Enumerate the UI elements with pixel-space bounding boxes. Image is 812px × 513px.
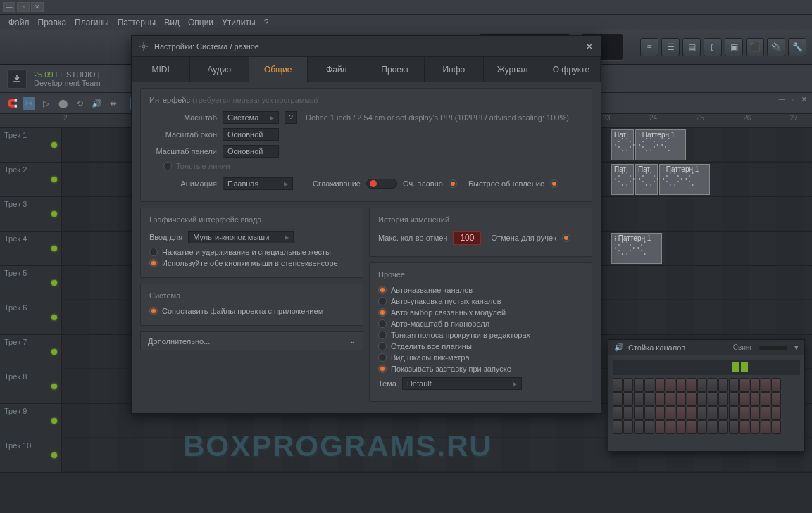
track-label[interactable]: Трек 7 — [0, 335, 62, 369]
misc-option-6[interactable]: Вид шкалы пик-метра — [378, 353, 583, 362]
step-button[interactable] — [687, 420, 697, 434]
step-button[interactable] — [739, 378, 749, 392]
misc-option-5[interactable]: Отделить все плагины — [378, 342, 583, 350]
track-led-icon[interactable] — [51, 246, 57, 251]
menu-edit[interactable]: Правка — [35, 16, 70, 29]
rack-options-icon[interactable]: ▾ — [794, 343, 799, 352]
undo-count-input[interactable]: 100 — [453, 231, 481, 245]
step-button[interactable] — [697, 420, 707, 434]
panel-scale-dropdown[interactable]: Основной — [223, 145, 279, 158]
step-button[interactable] — [676, 420, 686, 434]
step-button[interactable] — [697, 392, 707, 406]
track-label[interactable]: Трек 2 — [0, 163, 62, 196]
step-button[interactable] — [655, 406, 665, 420]
step-button[interactable] — [634, 406, 644, 420]
window-max[interactable]: ▫ — [17, 2, 30, 12]
step-button[interactable] — [623, 420, 633, 434]
playlist-tool-1[interactable]: ✂ — [23, 97, 35, 110]
step-button[interactable] — [708, 392, 718, 406]
track-label[interactable]: Трек 5 — [0, 266, 62, 300]
step-button[interactable] — [623, 378, 633, 392]
step-button[interactable] — [729, 392, 739, 406]
step-button[interactable] — [761, 406, 770, 420]
track-label[interactable]: Трек 4 — [0, 232, 62, 265]
step-button[interactable] — [771, 420, 781, 434]
step-button[interactable] — [739, 420, 749, 434]
step-button[interactable] — [739, 406, 749, 420]
step-button[interactable] — [613, 420, 623, 434]
step-button[interactable] — [634, 420, 644, 434]
step-button[interactable] — [771, 406, 781, 420]
step-button[interactable] — [613, 392, 623, 406]
radio-icon[interactable] — [562, 234, 570, 242]
step-button[interactable] — [687, 392, 697, 406]
step-button[interactable] — [771, 378, 781, 392]
menu-utilities[interactable]: Утилиты — [219, 16, 258, 29]
track-label[interactable]: Трек 10 — [0, 438, 62, 472]
step-button[interactable] — [666, 392, 675, 406]
settings-tab-аудио[interactable]: Аудио — [190, 57, 249, 82]
pattern-clip[interactable]: Пат⁝⋰⋱⋰⋱⋰⋱ — [611, 129, 634, 160]
more-expander[interactable]: Дополнительно... ⌄ — [140, 331, 363, 350]
step-button[interactable] — [718, 378, 728, 392]
input-opt2[interactable]: Используйте обе кнопки мыши в степсеквен… — [149, 259, 354, 267]
settings-tab-инфо[interactable]: Инфо — [425, 57, 483, 82]
pattern-clip[interactable]: ⁝ Паттерн 1⋰⋱⋰⋱⋰⋱ — [659, 164, 710, 195]
step-button[interactable] — [750, 420, 760, 434]
system-opt1[interactable]: Сопоставить файлы проекта с приложением — [149, 307, 354, 315]
step-button[interactable] — [687, 406, 697, 420]
playlist-tool-3[interactable]: ⬤ — [56, 97, 69, 110]
step-button[interactable] — [655, 392, 665, 406]
thick-lines-option[interactable]: Толстые линии — [163, 162, 583, 170]
step-button[interactable] — [729, 378, 739, 392]
misc-option-2[interactable]: Авто выбор связанных модулей — [378, 308, 583, 317]
view-button-1[interactable]: ☰ — [661, 38, 680, 56]
hint-download-icon[interactable] — [7, 69, 27, 89]
pattern-clip[interactable]: ⁝ Паттерн 1⋰⋱⋰⋱⋰⋱ — [611, 233, 662, 264]
scale-help-button[interactable]: ? — [285, 111, 297, 124]
step-button[interactable] — [644, 420, 654, 434]
step-button[interactable] — [761, 420, 770, 434]
track-label[interactable]: Трек 6 — [0, 300, 62, 334]
track-led-icon[interactable] — [51, 418, 57, 424]
ws-max[interactable]: ▫ — [788, 94, 798, 104]
misc-option-3[interactable]: Авто-масштаб в пианоролл — [378, 319, 583, 328]
step-button[interactable] — [718, 392, 728, 406]
misc-option-4[interactable]: Тонкая полоса прокрутки в редакторах — [378, 331, 583, 339]
settings-tab-midi[interactable]: MIDI — [132, 57, 190, 82]
track-led-icon[interactable] — [51, 349, 57, 355]
step-button[interactable] — [623, 406, 633, 420]
settings-tab-проект[interactable]: Проект — [366, 57, 425, 82]
track-led-icon[interactable] — [51, 452, 57, 458]
track-led-icon[interactable] — [51, 177, 57, 182]
step-button[interactable] — [676, 378, 686, 392]
settings-tab-общие[interactable]: Общие — [249, 57, 308, 82]
playlist-tool-2[interactable]: ▷ — [39, 97, 52, 110]
view-button-4[interactable]: ▣ — [725, 38, 743, 56]
view-button-7[interactable]: 🔧 — [788, 38, 806, 56]
track-label[interactable]: Трек 3 — [0, 197, 62, 231]
step-button[interactable] — [739, 392, 749, 406]
step-button[interactable] — [750, 406, 760, 420]
view-button-0[interactable]: ≡ — [640, 38, 658, 56]
input-opt1[interactable]: Нажатие и удерживание и специальные жест… — [149, 248, 354, 256]
swing-slider[interactable] — [759, 346, 787, 350]
step-button[interactable] — [771, 392, 781, 406]
misc-option-1[interactable]: Авто-упаковка пустых каналов — [378, 297, 583, 305]
view-button-6[interactable]: 🔌 — [767, 38, 785, 56]
track-led-icon[interactable] — [51, 280, 57, 286]
rack-titlebar[interactable]: 🔊 Стойка каналов Свинг ▾ — [608, 340, 804, 355]
step-button[interactable] — [666, 378, 675, 392]
step-button[interactable] — [666, 406, 675, 420]
track-label[interactable]: Трек 1 — [0, 128, 62, 162]
step-button[interactable] — [613, 406, 623, 420]
step-button[interactable] — [644, 392, 654, 406]
step-button[interactable] — [634, 378, 644, 392]
settings-tab-журнал[interactable]: Журнал — [484, 57, 542, 82]
step-button[interactable] — [708, 406, 718, 420]
settings-tab-о фрукте[interactable]: О фрукте — [542, 57, 601, 82]
radio-icon[interactable] — [449, 179, 457, 188]
menu-view[interactable]: Вид — [161, 16, 182, 29]
playlist-tool-0[interactable]: 🧲 — [6, 97, 18, 110]
step-button[interactable] — [655, 378, 665, 392]
